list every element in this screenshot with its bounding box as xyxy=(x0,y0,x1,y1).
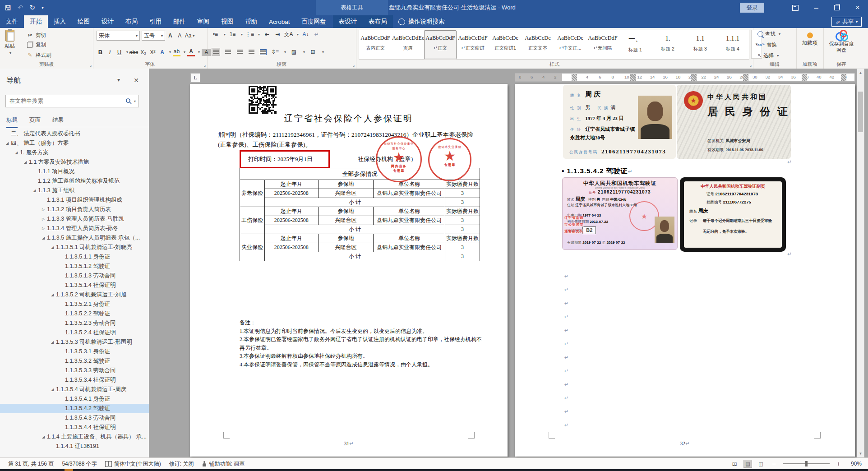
share-button[interactable]: ⇗ 共享 ▾ xyxy=(831,17,862,27)
collapse-icon[interactable]: ◢ xyxy=(49,340,56,344)
table-column-marker[interactable] xyxy=(572,74,577,81)
style-cell[interactable]: AaBbCcDc正文缩进1 xyxy=(489,30,522,59)
nav-tree-item[interactable]: ◢1.1.3.5 施工操作人员明细表-承包（... xyxy=(0,233,149,243)
word-count[interactable]: 54/37088 个字 xyxy=(62,460,97,468)
collapse-icon[interactable]: ◢ xyxy=(49,245,56,249)
decrease-indent-icon[interactable]: ⇤ xyxy=(263,31,271,38)
align-left-icon[interactable] xyxy=(212,48,220,56)
font-color-button[interactable]: A xyxy=(187,48,195,56)
borders-icon[interactable]: ⊞ xyxy=(309,48,317,55)
font-size-combo[interactable]: 五号▾ xyxy=(142,31,165,41)
table-column-marker[interactable] xyxy=(743,74,748,81)
nav-tree-item[interactable]: 1.1.3.5.4.1 身份证 xyxy=(0,394,149,404)
highlight-color-button[interactable]: ab xyxy=(173,48,180,56)
align-center-icon[interactable] xyxy=(224,48,232,55)
tell-me-search[interactable]: 操作说明搜索 xyxy=(393,15,450,28)
nav-tree-item[interactable]: ◢1.1.4 主要施工设备、机具（器具）-承... xyxy=(0,432,149,442)
nav-collapse-icon[interactable]: ▾ xyxy=(117,77,120,83)
collapse-icon[interactable]: ◢ xyxy=(40,435,47,439)
collapse-icon[interactable]: ◢ xyxy=(40,236,47,240)
minimize-button[interactable]: ─ xyxy=(806,0,826,15)
page-32[interactable]: 姓 名 周 庆 性 别 男 民 族 满 出 生 1977 年 4 月 23 日 … xyxy=(515,84,855,457)
nav-tree-item[interactable]: ◢1.1.3.5.3 司机兼清运工-邢国明 xyxy=(0,337,149,347)
nav-tree-item[interactable]: ◢1.1.3 施工组织 xyxy=(0,186,149,195)
page-31[interactable]: 辽宁省社会保险个人参保证明 邢国明（社保编码：21112192346961，证件… xyxy=(190,84,508,457)
ribbon-tab-开始[interactable]: 开始 xyxy=(24,15,48,28)
nav-tree-item[interactable]: 1.1.3.5.3.3 劳动合同 xyxy=(0,366,149,375)
find-button[interactable]: 查找▾ xyxy=(757,31,780,37)
ribbon-tab-视图[interactable]: 视图 xyxy=(215,15,239,28)
restore-button[interactable] xyxy=(826,0,847,15)
zoom-slider-handle[interactable] xyxy=(805,461,808,466)
distribute-icon[interactable] xyxy=(259,48,267,55)
ribbon-tab-插入[interactable]: 插入 xyxy=(48,15,72,28)
web-layout-icon[interactable]: ◫ xyxy=(757,460,765,468)
scroll-up-icon[interactable]: ▲ xyxy=(857,69,864,76)
styles-dialog-launcher[interactable]: ⌟ xyxy=(750,63,752,67)
table-column-marker[interactable] xyxy=(630,74,636,81)
superscript-button[interactable]: X² xyxy=(149,49,157,56)
customize-qat-icon[interactable]: ▾ xyxy=(42,5,44,10)
nav-tree-item[interactable]: ▷1.1.3.4 管理人员简历表-孙冬 xyxy=(0,224,149,233)
nav-close-icon[interactable]: ✕ xyxy=(134,77,139,84)
style-cell[interactable]: AaBbCcDdF↵正文缩进 xyxy=(457,30,489,59)
style-cell[interactable]: AaBbCcDc正文文本 xyxy=(522,30,554,59)
nav-tree-item[interactable]: 1.1.3.5.3.2 驾驶证 xyxy=(0,356,149,366)
close-button[interactable]: × xyxy=(847,0,868,15)
vertical-scrollbar[interactable]: ▲ ▼ xyxy=(857,69,864,457)
nav-tree-item[interactable]: ▷1.1.3.2 项目负责人简历表 xyxy=(0,205,149,214)
numbering-icon[interactable]: 1≡ xyxy=(229,31,236,38)
contextual-tab-表设计[interactable]: 表设计 xyxy=(333,15,363,28)
nav-tree-item[interactable]: 1.1.4.1 辽L36191 xyxy=(0,442,149,451)
track-changes-status[interactable]: 修订: 关闭 xyxy=(169,460,194,468)
show-marks-icon[interactable]: ↵ xyxy=(313,31,320,38)
ribbon-tab-Acrobat[interactable]: Acrobat xyxy=(263,15,296,28)
search-input[interactable] xyxy=(6,98,125,104)
paste-button[interactable]: 粘贴 ▾ xyxy=(5,30,15,55)
tab-stop-selector[interactable]: L xyxy=(190,73,200,83)
horizontal-ruler[interactable]: 8642246810121416182022242628303234363840… xyxy=(515,73,855,82)
search-icon[interactable] xyxy=(125,98,132,105)
ribbon-tab-审阅[interactable]: 审阅 xyxy=(191,15,215,28)
increase-indent-icon[interactable]: ⇥ xyxy=(274,31,282,38)
ribbon-tab-设计[interactable]: 设计 xyxy=(96,15,120,28)
font-name-combo[interactable]: 宋体▾ xyxy=(97,31,140,41)
nav-tree-item[interactable]: 1.1.3.5.4.4 社保证明 xyxy=(0,423,149,432)
justify-icon[interactable] xyxy=(248,48,255,55)
scroll-down-icon[interactable]: ▼ xyxy=(857,450,864,457)
copy-button[interactable]: 复制 xyxy=(26,42,46,48)
collapse-icon[interactable]: ◢ xyxy=(13,151,20,155)
ribbon-tab-文件[interactable]: 文件 xyxy=(0,15,24,28)
nav-tree-item[interactable]: 1.1.3.5.1.4 社保证明 xyxy=(0,281,149,290)
nav-tree-item[interactable]: 1.1.3.5.2.4 社保证明 xyxy=(0,328,149,337)
format-painter-button[interactable]: ✎格式刷 xyxy=(26,51,51,59)
expand-icon[interactable]: ▷ xyxy=(40,208,47,212)
nav-tree-item[interactable]: ◢1. 服务方案 xyxy=(0,148,149,157)
style-cell[interactable]: 1.1.1标题 4 xyxy=(716,30,749,59)
sort-icon[interactable]: A↓ xyxy=(302,31,309,38)
style-cell[interactable]: 一、标题 1 xyxy=(619,30,651,59)
accessibility-status[interactable]: 辅助功能: 调查 xyxy=(202,460,245,468)
style-cell[interactable]: AaBbCcDdEe页眉 xyxy=(392,30,424,59)
nav-tree-item[interactable]: 1.1.3.5.2.3 劳动合同 xyxy=(0,319,149,328)
multilevel-list-icon[interactable]: ⋮≡ xyxy=(246,31,254,38)
font-dialog-launcher[interactable]: ⌟ xyxy=(204,63,206,67)
ribbon-tab-百度网盘[interactable]: 百度网盘 xyxy=(296,15,332,28)
zoom-slider[interactable] xyxy=(783,463,830,464)
shading-icon[interactable]: ▨ xyxy=(290,48,298,55)
sign-in-button[interactable]: 登录 xyxy=(740,3,764,13)
ribbon-tab-布局[interactable]: 布局 xyxy=(120,15,143,28)
ribbon-display-options-button[interactable] xyxy=(785,0,806,15)
addins-button[interactable]: 加载项 xyxy=(802,30,818,46)
nav-tree-item[interactable]: 1.1.3.5.1.3 劳动合同 xyxy=(0,271,149,281)
nav-tree-item[interactable]: ◢1.1.3.5.1 司机兼清运工-刘晓亮 xyxy=(0,243,149,252)
collapse-icon[interactable]: ◢ xyxy=(22,160,29,164)
undo-icon[interactable]: ↶ xyxy=(18,4,23,12)
table-column-marker[interactable] xyxy=(691,74,697,81)
ribbon-tab-邮件[interactable]: 邮件 xyxy=(167,15,191,28)
nav-tree-item[interactable]: 1.1.3.5.1.1 身份证 xyxy=(0,252,149,262)
replace-button[interactable]: ab↷替换 xyxy=(757,42,777,48)
expand-icon[interactable]: ▷ xyxy=(40,226,47,231)
nav-tree-item[interactable]: 1.1.3.5.4.2 驾驶证 xyxy=(0,404,149,413)
nav-tree-item[interactable]: 1.1.3.5.2.2 驾驶证 xyxy=(0,309,149,319)
